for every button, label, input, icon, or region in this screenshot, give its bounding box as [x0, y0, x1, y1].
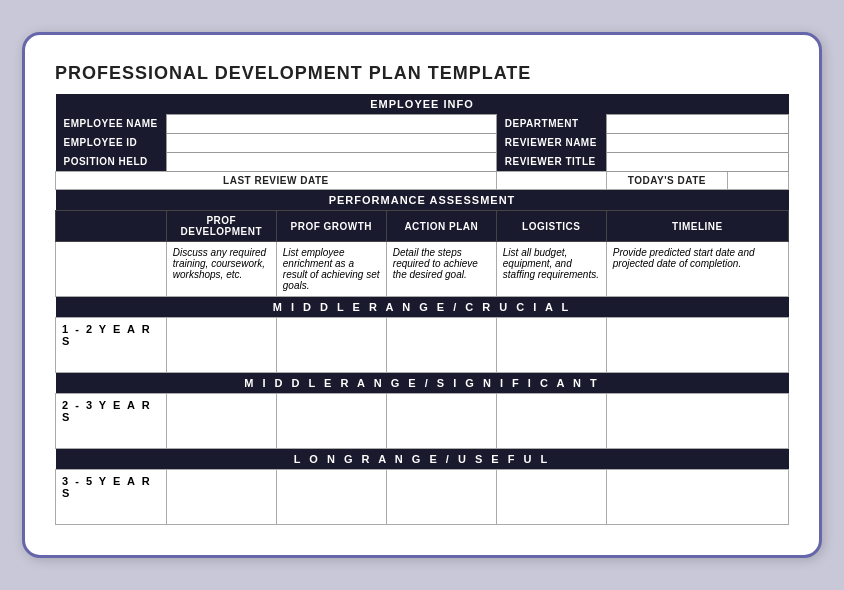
page-title: PROFESSIONAL DEVELOPMENT PLAN TEMPLATE	[55, 63, 789, 84]
department-value[interactable]	[606, 114, 788, 133]
employee-name-value[interactable]	[166, 114, 496, 133]
employee-name-label: EMPLOYEE NAME	[56, 114, 167, 133]
prof-dev-desc: Discuss any required training, coursewor…	[166, 242, 276, 297]
timeline-col-header: TIMELINE	[606, 211, 788, 242]
todays-date-value[interactable]	[728, 172, 789, 190]
reviewer-name-value[interactable]	[606, 133, 788, 152]
y3-timeline[interactable]	[606, 470, 788, 525]
employee-id-row: EMPLOYEE ID REVIEWER NAME	[56, 133, 789, 152]
long-range-header: L O N G R A N G E / U S E F U L	[56, 449, 789, 470]
middle-significant-label: M I D D L E R A N G E / S I G N I F I C …	[56, 373, 789, 394]
y1-action-plan[interactable]	[386, 318, 496, 373]
y1-data-row: 1 - 2 Y E A R S	[56, 318, 789, 373]
y3-label: 3 - 5 Y E A R S	[56, 470, 167, 525]
empty-col-header	[56, 211, 167, 242]
prof-growth-col-header: PROF GROWTH	[276, 211, 386, 242]
position-held-row: POSITION HELD REVIEWER TITLE	[56, 152, 789, 172]
review-date-row: LAST REVIEW DATE TODAY'S DATE	[56, 172, 789, 190]
y2-label: 2 - 3 Y E A R S	[56, 394, 167, 449]
y2-prof-growth[interactable]	[276, 394, 386, 449]
logistics-col-header: LOGISTICS	[496, 211, 606, 242]
employee-info-header: EMPLOYEE INFO	[56, 94, 789, 115]
employee-id-label: EMPLOYEE ID	[56, 133, 167, 152]
desc-hatched	[56, 242, 167, 297]
last-review-date-label: LAST REVIEW DATE	[56, 172, 497, 190]
action-plan-col-header: ACTION PLAN	[386, 211, 496, 242]
employee-name-row: EMPLOYEE NAME DEPARTMENT	[56, 114, 789, 133]
y3-data-row: 3 - 5 Y E A R S	[56, 470, 789, 525]
y3-prof-dev[interactable]	[166, 470, 276, 525]
reviewer-title-label: REVIEWER TITLE	[496, 152, 606, 172]
reviewer-name-label: REVIEWER NAME	[496, 133, 606, 152]
document-card: PROFESSIONAL DEVELOPMENT PLAN TEMPLATE E…	[22, 32, 822, 559]
middle-crucial-header: M I D D L E R A N G E / C R U C I A L	[56, 297, 789, 318]
y2-action-plan[interactable]	[386, 394, 496, 449]
position-held-value[interactable]	[166, 152, 496, 172]
y1-prof-dev[interactable]	[166, 318, 276, 373]
performance-assessment-label: PERFORMANCE ASSESSMENT	[56, 190, 789, 211]
column-headers: PROF DEVELOPMENT PROF GROWTH ACTION PLAN…	[56, 211, 789, 242]
y3-logistics[interactable]	[496, 470, 606, 525]
y1-logistics[interactable]	[496, 318, 606, 373]
y1-label: 1 - 2 Y E A R S	[56, 318, 167, 373]
y2-prof-dev[interactable]	[166, 394, 276, 449]
middle-significant-header: M I D D L E R A N G E / S I G N I F I C …	[56, 373, 789, 394]
employee-info-label: EMPLOYEE INFO	[56, 94, 789, 115]
prof-dev-col-header: PROF DEVELOPMENT	[166, 211, 276, 242]
performance-assessment-header: PERFORMANCE ASSESSMENT	[56, 190, 789, 211]
y2-data-row: 2 - 3 Y E A R S	[56, 394, 789, 449]
action-plan-desc: Detail the steps required to achieve the…	[386, 242, 496, 297]
position-held-label: POSITION HELD	[56, 152, 167, 172]
long-range-label: L O N G R A N G E / U S E F U L	[56, 449, 789, 470]
y1-prof-growth[interactable]	[276, 318, 386, 373]
y1-timeline[interactable]	[606, 318, 788, 373]
department-label: DEPARTMENT	[496, 114, 606, 133]
middle-crucial-label: M I D D L E R A N G E / C R U C I A L	[56, 297, 789, 318]
prof-growth-desc: List employee enrichment as a result of …	[276, 242, 386, 297]
employee-id-value[interactable]	[166, 133, 496, 152]
description-row: Discuss any required training, coursewor…	[56, 242, 789, 297]
last-review-date-value[interactable]	[496, 172, 606, 190]
y2-logistics[interactable]	[496, 394, 606, 449]
todays-date-label: TODAY'S DATE	[606, 172, 727, 190]
y2-timeline[interactable]	[606, 394, 788, 449]
logistics-desc: List all budget, equipment, and staffing…	[496, 242, 606, 297]
y3-action-plan[interactable]	[386, 470, 496, 525]
timeline-desc: Provide predicted start date and project…	[606, 242, 788, 297]
y3-prof-growth[interactable]	[276, 470, 386, 525]
reviewer-title-value[interactable]	[606, 152, 788, 172]
